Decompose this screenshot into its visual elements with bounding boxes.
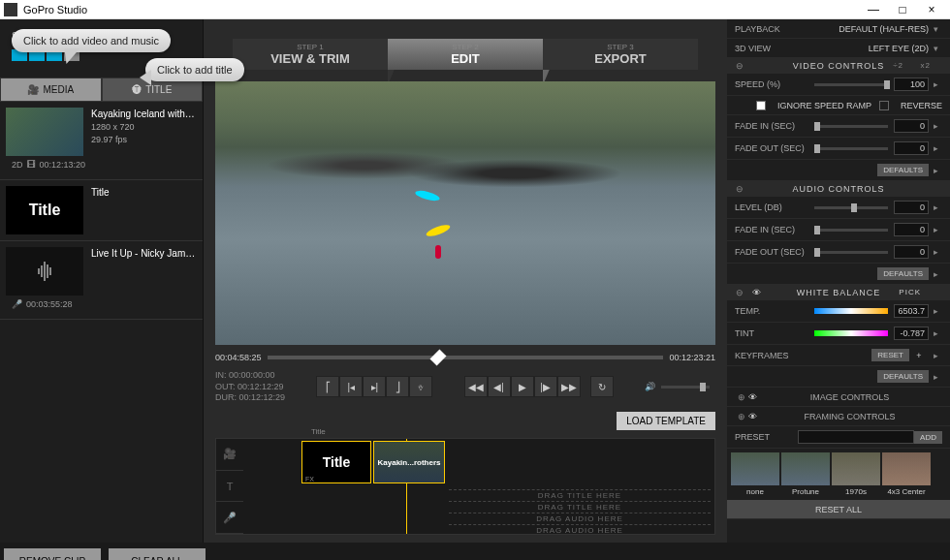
title-track-icon: T [216,471,243,503]
expand-icon[interactable]: ⊕ [735,412,748,421]
volume-icon[interactable]: 🔊 [645,382,655,391]
step-edit[interactable]: STEP 2EDIT [388,39,543,70]
tooltip-add-title: Click to add title [145,58,244,81]
preset-item[interactable]: none [731,452,779,496]
clip-title: Kayaking Iceland with Th... [91,108,197,121]
half-speed-button[interactable]: ÷2 [893,61,903,70]
defaults-button[interactable]: DEFAULTS [877,267,929,280]
pick-button[interactable]: PICK [899,288,921,296]
collapse-icon[interactable]: ⊖ [733,184,746,194]
tooltip-add-media: Click to add video and music [12,29,171,52]
clip-thumb [6,108,83,156]
reset-button[interactable]: RESET [871,349,909,361]
preset-item[interactable]: 4x3 Center [882,452,931,496]
collapse-icon[interactable]: ⊖ [733,288,746,297]
reset-all-button[interactable]: RESET ALL [727,500,950,519]
ignore-ramp-checkbox[interactable] [756,101,766,110]
remove-clip-button[interactable]: REMOVE CLIP [4,548,101,560]
title-thumb: Title [6,186,83,234]
list-item[interactable]: 2D 🎞 00:12:13:20 Kayaking Iceland with T… [0,102,203,180]
audio-track-icon: 🎤 [216,502,243,534]
audio-fadein-slider[interactable] [814,229,888,232]
step-fwd-button[interactable]: |▶ [534,376,557,397]
tab-media[interactable]: 🎥MEDIA [0,78,102,102]
scrub-handle[interactable] [430,349,447,365]
fadein-slider[interactable] [814,125,888,128]
scrub-right-time: 00:12:23:21 [669,353,715,362]
expand-icon[interactable]: ⊕ [735,392,748,402]
scrub-bar[interactable]: 00:04:58:25 00:12:23:21 [215,353,715,362]
goto-start-button[interactable]: |◂ [339,376,363,397]
eye-icon[interactable] [748,412,757,421]
minimize-button[interactable]: — [859,3,888,16]
goto-end-button[interactable]: ▸| [363,376,386,397]
cut-button[interactable]: ⎀ [409,376,432,397]
add-preset-button[interactable]: ADD [914,431,942,444]
chevron-down-icon[interactable]: ▾ [929,24,942,34]
list-item[interactable]: Title Title [0,180,203,241]
media-list: 2D 🎞 00:12:13:20 Kayaking Iceland with T… [0,102,203,543]
framing-controls-header[interactable]: ⊕FRAMING CONTROLS [727,407,950,426]
time-info: IN: 00:00:00:00OUT: 00:12:12:29DUR: 00:1… [215,370,285,404]
tint-slider[interactable] [814,330,888,336]
preset-input[interactable] [798,430,914,444]
fx-label: FX [305,476,314,482]
step-view-trim[interactable]: STEP 1VIEW & TRIM [233,39,388,70]
drag-audio-hint: DRAG AUDIO HERE [449,513,711,523]
mic-icon: 🎤 [12,299,22,309]
timeline-video-clip[interactable]: Kayakin...rothers [373,441,445,483]
clear-all-button[interactable]: CLEAR ALL [109,548,206,560]
window-title: GoPro Studio [23,4,87,16]
play-button[interactable]: ▶ [511,376,534,397]
mark-in-button[interactable]: ⎡ [316,376,339,397]
defaults-button[interactable]: DEFAULTS [877,370,929,383]
eye-icon[interactable] [752,288,762,297]
audio-fadeout-slider[interactable] [814,251,888,254]
fast-fwd-button[interactable]: ▶▶ [557,376,581,397]
clip-title: Title [91,186,197,200]
close-button[interactable]: × [917,3,946,16]
playback-row[interactable]: PLAYBACKDEFAULT (HALF-RES)▾ [727,19,950,39]
defaults-button[interactable]: DEFAULTS [877,164,929,176]
white-balance-header: ⊖WHITE BALANCEPICK [727,285,950,300]
load-template-button[interactable]: LOAD TEMPLATE [617,412,715,430]
chevron-down-icon[interactable]: ▾ [929,44,942,53]
clip-icon: 🎞 [27,160,36,170]
preset-list: none Protune 1970s 4x3 Center [727,449,950,500]
title-icon: 🅣 [132,84,142,95]
media-panel: S T U D I O 🎥MEDIA 🅣TITLE 2D 🎞 00:12:13:… [0,19,204,543]
clip-title: Live It Up - Nicky Jam fe... [91,247,197,261]
scrub-left-time: 00:04:58:25 [215,353,262,362]
list-item[interactable]: 🎤 00:03:55:28 Live It Up - Nicky Jam fe.… [0,241,203,320]
level-slider[interactable] [814,206,888,209]
camera-icon: 🎥 [27,84,39,95]
video-controls-header: ⊖VIDEO CONTROLS÷2x2 [727,58,950,74]
controls-panel: PLAYBACKDEFAULT (HALF-RES)▾ 3D VIEWLEFT … [727,19,950,543]
video-preview[interactable] [215,81,715,345]
collapse-icon[interactable]: ⊖ [733,61,746,71]
loop-button[interactable]: ↻ [590,376,614,397]
speed-slider[interactable] [814,83,888,86]
double-speed-button[interactable]: x2 [921,61,931,70]
timeline[interactable]: 🎥 T 🎤 Title Title Kayakin...rothers FX D… [215,438,715,535]
reverse-checkbox[interactable] [879,101,889,110]
audio-controls-header: ⊖AUDIO CONTROLS [727,181,950,197]
titlebar: GoPro Studio — □ × [0,0,950,19]
temp-slider[interactable] [814,308,888,314]
step-export[interactable]: STEP 3EXPORT [543,39,698,70]
maximize-button[interactable]: □ [888,3,917,16]
rewind-button[interactable]: ◀◀ [464,376,488,397]
preset-item[interactable]: Protune [781,452,830,496]
drag-title-hint: DRAG TITLE HERE [449,489,711,500]
video-track-icon: 🎥 [216,439,243,471]
image-controls-header[interactable]: ⊕IMAGE CONTROLS [727,388,950,407]
mark-out-button[interactable]: ⎦ [386,376,409,397]
speed-value[interactable]: 100 [894,78,929,91]
step-back-button[interactable]: ◀| [488,376,511,397]
fadeout-slider[interactable] [814,147,888,150]
add-keyframe-icon[interactable]: + [909,351,929,360]
center-panel: STEP 1VIEW & TRIM STEP 2EDIT STEP 3EXPOR… [204,19,727,543]
3dview-row[interactable]: 3D VIEWLEFT EYE (2D)▾ [727,39,950,58]
preset-item[interactable]: 1970s [832,452,880,496]
eye-icon[interactable] [748,392,757,402]
